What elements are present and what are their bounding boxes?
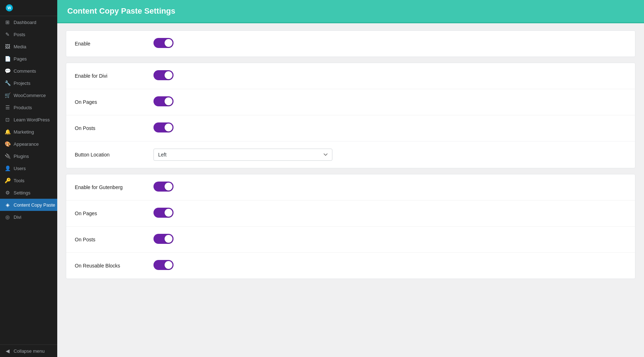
toggle-thumb	[165, 71, 172, 79]
gutenberg-on-reusable-blocks-control	[153, 260, 626, 271]
users-icon: 👤	[4, 165, 11, 171]
woocommerce-icon: 🛒	[4, 92, 11, 98]
sidebar-item-label: WooCommerce	[14, 93, 46, 98]
sidebar-item-label: Content Copy Paste	[14, 202, 55, 208]
enable-row: Enable	[66, 31, 635, 57]
sidebar-item-products[interactable]: ☰ Products	[0, 101, 57, 114]
toggle-thumb	[165, 235, 172, 243]
divi-on-pages-row: On Pages	[66, 89, 635, 115]
divi-on-posts-toggle[interactable]	[153, 122, 174, 132]
toggle-thumb	[165, 39, 172, 47]
sidebar-item-divi[interactable]: ◎ Divi	[0, 211, 57, 223]
divi-icon: ◎	[4, 214, 11, 220]
enable-for-gutenberg-toggle[interactable]	[153, 182, 174, 192]
media-icon: 🖼	[4, 44, 11, 49]
gutenberg-on-posts-toggle[interactable]	[153, 234, 174, 244]
appearance-icon: 🎨	[4, 141, 11, 147]
gutenberg-on-pages-toggle[interactable]	[153, 208, 174, 218]
tools-icon: 🔑	[4, 178, 11, 183]
sidebar-item-label: Dashboard	[14, 20, 36, 25]
marketing-icon: 🔔	[4, 129, 11, 135]
page-title: Content Copy Paste Settings	[67, 6, 634, 16]
divi-on-pages-label: On Pages	[75, 99, 153, 105]
sidebar-item-label: Settings	[14, 190, 30, 196]
sidebar-item-label: Comments	[14, 68, 36, 74]
toggle-thumb	[165, 261, 172, 269]
sidebar-item-projects[interactable]: 🔧 Projects	[0, 77, 57, 89]
toggle-thumb	[165, 97, 172, 105]
comments-icon: 💬	[4, 68, 11, 74]
products-icon: ☰	[4, 105, 11, 110]
posts-icon: ✎	[4, 32, 11, 37]
sidebar-item-posts[interactable]: ✎ Posts	[0, 28, 57, 40]
sidebar-item-learn-wordpress[interactable]: ⊡ Learn WordPress	[0, 114, 57, 126]
sidebar-item-label: Tools	[14, 178, 24, 183]
sidebar-item-label: Pages	[14, 56, 27, 62]
divi-on-posts-row: On Posts	[66, 115, 635, 141]
enable-for-gutenberg-label: Enable for Gutenberg	[75, 184, 153, 190]
settings-icon: ⚙	[4, 190, 11, 196]
enable-for-divi-row: Enable for Divi	[66, 63, 635, 89]
button-location-label: Button Location	[75, 152, 153, 158]
sidebar: W ⊞ Dashboard ✎ Posts 🖼 Media 📄 Pages 💬 …	[0, 0, 57, 357]
enable-toggle[interactable]	[153, 38, 174, 48]
sidebar-item-users[interactable]: 👤 Users	[0, 162, 57, 174]
sidebar-item-appearance[interactable]: 🎨 Appearance	[0, 138, 57, 150]
gutenberg-on-reusable-blocks-toggle[interactable]	[153, 260, 174, 270]
sidebar-item-pages[interactable]: 📄 Pages	[0, 53, 57, 65]
content-copy-paste-icon: ◈	[4, 202, 11, 208]
sidebar-item-tools[interactable]: 🔑 Tools	[0, 174, 57, 187]
sidebar-item-media[interactable]: 🖼 Media	[0, 40, 57, 53]
sidebar-item-label: Posts	[14, 32, 25, 37]
gutenberg-on-reusable-blocks-row: On Reusable Blocks	[66, 253, 635, 279]
sidebar-logo: W	[0, 0, 57, 16]
sidebar-item-label: Learn WordPress	[14, 117, 50, 122]
sidebar-item-label: Media	[14, 44, 26, 49]
gutenberg-section-card: Enable for Gutenberg On Pages	[66, 174, 635, 279]
sidebar-item-label: Products	[14, 105, 32, 110]
collapse-menu-item[interactable]: ◀ Collapse menu	[0, 344, 57, 357]
learn-wordpress-icon: ⊡	[4, 117, 11, 122]
gutenberg-on-reusable-blocks-label: On Reusable Blocks	[75, 263, 153, 269]
sidebar-item-woocommerce[interactable]: 🛒 WooCommerce	[0, 89, 57, 101]
toggle-thumb	[165, 183, 172, 190]
main-content: Content Copy Paste Settings Enable Enabl…	[57, 0, 644, 357]
toggle-thumb	[165, 209, 172, 217]
page-header: Content Copy Paste Settings	[57, 0, 644, 23]
sidebar-item-label: Users	[14, 166, 26, 171]
button-location-select[interactable]: Left Right Center	[153, 149, 332, 161]
sidebar-item-label: Projects	[14, 81, 30, 86]
enable-for-gutenberg-control	[153, 182, 626, 193]
sidebar-item-label: Appearance	[14, 141, 39, 147]
divi-on-pages-control	[153, 96, 626, 108]
pages-icon: 📄	[4, 56, 11, 62]
sidebar-item-settings[interactable]: ⚙ Settings	[0, 187, 57, 199]
sidebar-item-comments[interactable]: 💬 Comments	[0, 65, 57, 77]
wordpress-logo-icon: W	[6, 4, 13, 11]
sidebar-item-label: Plugins	[14, 154, 29, 159]
enable-for-gutenberg-row: Enable for Gutenberg	[66, 174, 635, 201]
gutenberg-on-pages-row: On Pages	[66, 201, 635, 227]
sidebar-item-content-copy-paste[interactable]: ◈ Content Copy Paste ◀	[0, 199, 57, 211]
toggle-thumb	[165, 124, 172, 131]
divi-on-pages-toggle[interactable]	[153, 96, 174, 106]
dashboard-icon: ⊞	[4, 19, 11, 25]
button-location-control: Left Right Center	[153, 149, 626, 161]
button-location-row: Button Location Left Right Center	[66, 141, 635, 168]
gutenberg-on-posts-control	[153, 234, 626, 245]
sidebar-item-dashboard[interactable]: ⊞ Dashboard	[0, 16, 57, 28]
gutenberg-on-pages-label: On Pages	[75, 211, 153, 216]
enable-for-divi-toggle[interactable]	[153, 70, 174, 80]
projects-icon: 🔧	[4, 80, 11, 86]
divi-section-card: Enable for Divi On Pages	[66, 63, 635, 168]
enable-control	[153, 38, 626, 49]
enable-label: Enable	[75, 41, 153, 47]
gutenberg-on-pages-control	[153, 208, 626, 219]
plugins-icon: 🔌	[4, 153, 11, 159]
gutenberg-on-posts-label: On Posts	[75, 237, 153, 242]
enable-for-divi-label: Enable for Divi	[75, 73, 153, 79]
collapse-icon: ◀	[4, 348, 11, 354]
sidebar-item-plugins[interactable]: 🔌 Plugins	[0, 150, 57, 162]
sidebar-item-marketing[interactable]: 🔔 Marketing	[0, 126, 57, 138]
divi-on-posts-label: On Posts	[75, 125, 153, 131]
